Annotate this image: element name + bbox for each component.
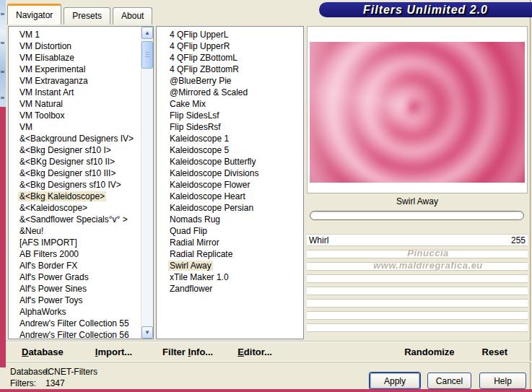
list-item[interactable]: Kaleidoscope 1 xyxy=(157,133,303,144)
scroll-down-icon[interactable]: ▼ xyxy=(141,326,153,339)
list-item[interactable]: &<BKg Designer sf10 II> xyxy=(9,156,140,167)
desktop-red-stripe xyxy=(0,107,6,367)
filter-rows: 4 QFlip UpperL4 QFlip UpperR4 QFlip ZBot… xyxy=(157,29,303,295)
category-scrollbar[interactable]: ▲ ▼ xyxy=(141,27,153,339)
filter-info-button[interactable]: Filter Info... xyxy=(162,347,213,357)
filters-count-label: Filters: xyxy=(10,378,45,388)
list-item[interactable]: &<Bkg Designer sf10 I> xyxy=(9,144,140,156)
app-title: Filters Unlimited 2.0 xyxy=(363,4,488,17)
list-item[interactable]: &<Background Designers IV> xyxy=(9,133,140,144)
list-item[interactable]: Flip SidesRsf xyxy=(157,121,303,133)
list-item[interactable]: Radial Replicate xyxy=(157,248,303,260)
help-button[interactable]: Help xyxy=(479,373,526,389)
empty-parameter-row xyxy=(307,287,528,295)
tab-presets[interactable]: Presets xyxy=(64,7,110,25)
list-item[interactable]: Kaleidoscope Flower xyxy=(157,179,303,191)
tab-about[interactable]: About xyxy=(113,7,152,25)
list-item[interactable]: Flip SidesLsf xyxy=(157,110,303,121)
selected-filter-title: Swirl Away xyxy=(307,196,528,208)
empty-parameter-row xyxy=(307,262,528,271)
list-item[interactable]: VM xyxy=(9,121,140,133)
list-item[interactable]: Alf's Border FX xyxy=(9,260,140,271)
list-item[interactable]: Kaleidoscope 5 xyxy=(157,144,303,156)
list-item[interactable]: 4 QFlip ZBottomR xyxy=(157,64,303,75)
thumb-grip xyxy=(145,52,149,58)
empty-parameter-row xyxy=(307,274,528,283)
list-item[interactable]: Radial Mirror xyxy=(157,237,303,248)
list-item[interactable]: Swirl Away xyxy=(157,260,303,271)
reset-button[interactable]: Reset xyxy=(482,347,507,357)
list-item[interactable]: VM Elisablaze xyxy=(9,52,140,64)
database-button[interactable]: Database xyxy=(22,347,64,357)
category-rows: VM 1VM DistortionVM ElisablazeVM Experim… xyxy=(9,29,140,339)
list-item[interactable]: &<Bkg Designer sf10 III> xyxy=(9,167,140,179)
list-item[interactable]: &<Kaleidoscope> xyxy=(9,202,140,214)
editor-button[interactable]: Editor... xyxy=(237,347,272,357)
desktop-background-strip xyxy=(0,0,6,392)
list-item[interactable]: Andrew's Filter Collection 55 xyxy=(9,318,140,329)
empty-parameter-row xyxy=(307,323,528,332)
list-item[interactable]: VM Experimental xyxy=(9,64,140,75)
randomize-button[interactable]: Randomize xyxy=(404,347,454,357)
scrollbar-thumb[interactable] xyxy=(141,41,153,69)
desktop-bottom-stripe xyxy=(0,389,532,392)
database-status-value: ICNET-Filters xyxy=(45,367,97,377)
list-item[interactable]: Cake Mix xyxy=(157,98,303,110)
list-item[interactable]: xTile Maker 1.0 xyxy=(157,271,303,283)
category-listbox: VM 1VM DistortionVM ElisablazeVM Experim… xyxy=(8,26,154,339)
parameter-slider-whirl[interactable]: Whirl 255 xyxy=(307,234,528,246)
list-item[interactable]: Kaleidoscope Divisions xyxy=(157,167,303,179)
list-item[interactable]: @Mirrored & Scaled xyxy=(157,87,303,98)
list-item[interactable]: 4 QFlip UpperR xyxy=(157,40,303,52)
empty-parameter-row xyxy=(307,311,528,320)
database-status-label: Database: xyxy=(10,367,45,377)
list-item[interactable]: 4 QFlip UpperL xyxy=(157,29,303,40)
list-item[interactable]: VM Extravaganza xyxy=(9,75,140,87)
list-item[interactable]: Andrew's Filter Collection 56 xyxy=(9,329,140,339)
parameter-name: Whirl xyxy=(309,235,328,245)
list-item[interactable]: AlphaWorks xyxy=(9,306,140,318)
list-item[interactable]: Alf's Power Sines xyxy=(9,283,140,295)
desktop-bottom-fragment xyxy=(0,367,6,392)
preview-panel xyxy=(307,26,528,193)
list-item[interactable]: VM Instant Art xyxy=(9,87,140,98)
list-item[interactable]: Alf's Power Toys xyxy=(9,295,140,306)
list-item[interactable]: &<Sandflower Specials°v° > xyxy=(9,214,140,225)
scroll-up-icon[interactable]: ▲ xyxy=(141,27,153,39)
list-item[interactable]: &Neu! xyxy=(9,225,140,237)
filter-preview-image xyxy=(310,42,525,183)
list-item[interactable]: Kaleidoscope Heart xyxy=(157,191,303,202)
list-item[interactable]: &<Bkg Designers sf10 IV> xyxy=(9,179,140,191)
list-item[interactable]: Alf's Power Grads xyxy=(9,271,140,283)
tab-bar: Navigator Presets About xyxy=(7,4,152,25)
list-item[interactable]: AB Filters 2000 xyxy=(9,248,140,260)
desktop-sky-fragment xyxy=(0,0,6,107)
empty-parameter-row xyxy=(307,299,528,308)
list-item[interactable]: 4 QFlip ZBottomL xyxy=(157,52,303,64)
list-item[interactable]: Nomads Rug xyxy=(157,214,303,225)
empty-parameter-row xyxy=(307,250,528,258)
tab-navigator[interactable]: Navigator xyxy=(7,4,61,25)
list-item[interactable]: Kaleidoscope Persian xyxy=(157,202,303,214)
parameter-value: 255 xyxy=(511,235,526,245)
filter-listbox: 4 QFlip UpperL4 QFlip UpperR4 QFlip ZBot… xyxy=(156,26,304,339)
filters-unlimited-window: Navigator Presets About Filters Unlimite… xyxy=(0,0,532,392)
swirl-artwork xyxy=(310,42,525,183)
list-item[interactable]: @BlueBerry Pie xyxy=(157,75,303,87)
list-item[interactable]: VM Toolbox xyxy=(9,110,140,121)
list-item[interactable]: [AFS IMPORT] xyxy=(9,237,140,248)
list-item[interactable]: VM 1 xyxy=(9,29,140,40)
list-item[interactable]: Kaleidoscope Butterfly xyxy=(157,156,303,167)
cancel-button[interactable]: Cancel xyxy=(427,373,471,389)
title-banner: Filters Unlimited 2.0 xyxy=(319,2,532,17)
list-item[interactable]: Quad Flip xyxy=(157,225,303,237)
filters-count-value: 1347 xyxy=(45,378,97,388)
toolbar: Database Import... Filter Info... Editor… xyxy=(6,341,531,362)
import-button[interactable]: Import... xyxy=(95,347,132,357)
list-item[interactable]: Zandflower xyxy=(157,283,303,295)
apply-button[interactable]: Apply xyxy=(370,373,420,389)
list-item[interactable]: VM Distortion xyxy=(9,40,140,52)
list-item[interactable]: VM Natural xyxy=(9,98,140,110)
empty-parameter-rows xyxy=(307,250,528,336)
list-item[interactable]: &<Bkg Kaleidoscope> xyxy=(9,191,140,202)
